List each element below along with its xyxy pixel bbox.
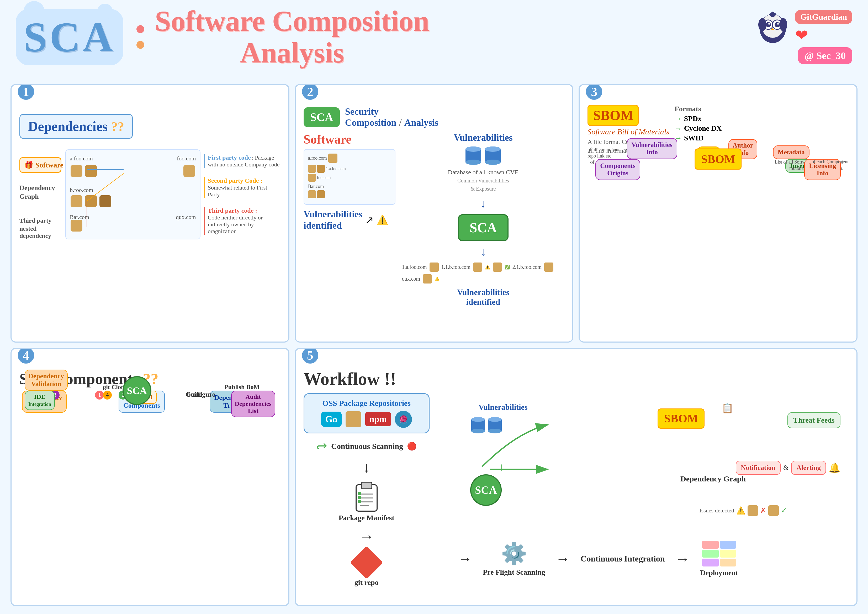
format-cyclone: → Cyclone DX (674, 124, 849, 132)
package-icon-1 (346, 411, 361, 427)
gear-icon: ⚙️ (501, 541, 527, 566)
workflow-title: Workflow !! (304, 368, 849, 389)
big-arrow-2: → (556, 550, 570, 567)
notification-badge: Notification (736, 461, 781, 475)
svg-rect-29 (358, 492, 361, 495)
pkg-icons: Go npm 🧶 (311, 411, 422, 428)
db-cylinder-2 (484, 145, 502, 166)
deployment-label: Deployment (700, 569, 738, 577)
node-qux: qux.com (176, 214, 196, 221)
deploy-cell-1 (702, 541, 719, 549)
sca-cloud: SCA (16, 9, 123, 65)
svg-rect-31 (358, 500, 361, 503)
git-repo-label: git repo (355, 578, 379, 587)
db-wf-2 (487, 417, 503, 435)
arrow-down-1: ↓ (363, 459, 370, 476)
sbom-clipboard: 📋 (722, 403, 733, 414)
go-icon: Go (321, 412, 342, 427)
db-wf-1 (470, 417, 486, 435)
oss-repos-label: OSS Package Repositories (311, 399, 422, 408)
manifest-section: Package Manifest (339, 481, 394, 522)
panel-3-content: SBOM Software Bill of Materials A file f… (587, 105, 849, 155)
node-b-packages (70, 194, 112, 208)
dots-block (136, 25, 144, 49)
panel-1-dependencies: 1 Dependencies ?? 🎁 Software (11, 84, 290, 343)
sec-badge: @ Sec_30 (798, 47, 852, 64)
cont-scan-section: ↩ Continuous Scanning 🔴 (316, 438, 417, 454)
arrow-right-1: → (359, 527, 374, 546)
npm-icon: npm (365, 412, 391, 426)
sca-title-block: SCA Software Composition Analysis (16, 5, 429, 69)
deploy-cell-4 (720, 550, 736, 558)
title-line2: Analysis (155, 37, 429, 69)
ide-node: IDEIntegration (25, 391, 55, 410)
node-foo-packages (183, 164, 196, 178)
bottom-flow: → ⚙️ Pre Flight Scanning → Continuous In… (458, 541, 738, 577)
svg-point-22 (485, 146, 501, 152)
svg-point-7 (777, 23, 779, 25)
owl-container: GitGuardian ❤ (756, 10, 852, 45)
vuln-db-section: Vulnerabilities (448, 132, 518, 193)
svg-point-38 (488, 429, 502, 434)
mini-graph-nodes: a.foo.com 1.a.foo.com (308, 154, 391, 198)
node-bar-packages (70, 219, 83, 232)
dep-body: 🎁 Software Dependency Graph Third party … (19, 149, 281, 239)
pkg-issue-1 (747, 505, 758, 516)
svg-point-4 (766, 22, 771, 27)
db-cylinder-1 (464, 145, 482, 166)
node-b-foo: b.foo.com (70, 187, 93, 193)
sca-center-p4: SCA (122, 376, 151, 405)
first-party-desc: First party code : Package with no outsi… (205, 154, 281, 168)
workflow-body: OSS Package Repositories Go npm 🧶 (304, 393, 849, 587)
software-label: Software (36, 161, 64, 169)
vuln-identified-label: Vulnerabilitiesidentified ↗ ⚠️ (304, 209, 395, 231)
panel-5-workflow: 5 Workflow !! OSS Package Repositories G… (294, 348, 857, 606)
svg-rect-30 (358, 496, 361, 499)
yarn-icon: 🧶 (395, 411, 412, 428)
comp-origins-node: ComponentsOrigins (595, 159, 640, 180)
panel-5-content: Workflow !! OSS Package Repositories Go (304, 368, 849, 587)
node-foo: foo.com (177, 155, 196, 162)
big-arrow-3: → (675, 550, 690, 567)
format-spdx: → SPDx (674, 115, 849, 123)
check-icon: ✓ (781, 506, 787, 515)
db-icons-wf (470, 417, 503, 435)
svg-point-39 (488, 417, 502, 422)
wf-right: Vulnerabilities (437, 393, 849, 587)
svg-point-10 (779, 18, 787, 31)
sca-green-badge: SCA (304, 107, 340, 127)
p2-mini-graph: a.foo.com 1.a.foo.com (304, 149, 395, 205)
down-arrow-p2-2: ↓ (480, 245, 486, 258)
panel-4-number: 4 (17, 348, 35, 365)
analysis-label: Analysis (405, 117, 439, 128)
panel-3-number: 3 (585, 84, 603, 101)
svg-point-21 (485, 160, 501, 165)
svg-point-9 (758, 18, 766, 31)
format-swid: → SWID (674, 134, 849, 142)
panel-2-content: SCA Security Composition / Analysis Soft… (304, 106, 565, 307)
cve-desc: Database of all known CVECommon Vulnerab… (448, 168, 518, 193)
alerting-badge: Alerting (791, 461, 826, 475)
git-section: git repo (355, 551, 379, 587)
panel-4-components: 4 SCA Components ?? SCA 4 majorComponent… (11, 348, 290, 606)
svg-point-35 (471, 417, 485, 422)
configure-label: Configure (186, 391, 215, 398)
svg-point-5 (775, 22, 780, 27)
oss-repos-box: OSS Package Repositories Go npm 🧶 (304, 393, 429, 434)
title-line1: Software Composition (155, 5, 429, 37)
dot-orange (136, 41, 144, 49)
main-grid: 1 Dependencies ?? 🎁 Software (11, 84, 857, 606)
pre-flight-label: Pre Flight Scanning (483, 568, 545, 577)
p2-right: Vulnerabilities (402, 132, 565, 307)
deployment-grid (702, 541, 736, 566)
formats-label: Formats (674, 105, 849, 113)
wf-left: OSS Package Repositories Go npm 🧶 (304, 393, 429, 587)
deployment-section: Deployment (700, 541, 738, 577)
sca-center-p2: SCA (458, 214, 508, 241)
p2-bottom-nodes: 1.a.foo.com 1.1.b.foo.com ⚠️ ✅ 2.1.b.foo… (402, 263, 565, 283)
sbom-center: SBOM (694, 149, 742, 170)
alarm-icon: 🔔 (829, 462, 840, 473)
audit-dep: AuditDependenciesList (231, 391, 275, 417)
sbom-wf: SBOM (657, 409, 705, 429)
dep-graph-wf: Dependency Graph (680, 474, 746, 483)
